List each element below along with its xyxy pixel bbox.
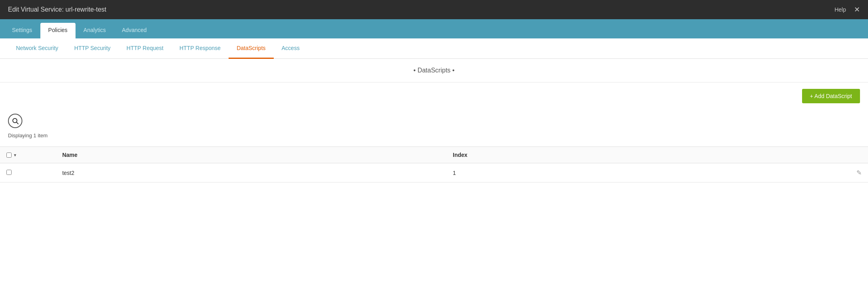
row-actions: ✎ xyxy=(794,163,868,183)
header-index: Index xyxy=(446,147,794,163)
help-link[interactable]: Help xyxy=(834,6,846,13)
header-actions xyxy=(794,147,868,163)
page-title: Edit Virtual Service: url-rewrite-test xyxy=(8,6,106,13)
search-icon xyxy=(12,117,19,124)
search-box[interactable] xyxy=(8,114,22,128)
select-all-checkbox[interactable] xyxy=(6,153,12,158)
subtab-network-security[interactable]: Network Security xyxy=(8,38,66,59)
datascripts-table: ▾ Name Index test2 1 ✎ xyxy=(0,146,868,183)
title-bar-actions: Help ✕ xyxy=(834,6,860,13)
tab-settings[interactable]: Settings xyxy=(4,23,40,38)
row-checkbox-cell xyxy=(0,163,56,183)
row-checkbox[interactable] xyxy=(6,170,12,175)
row-name: test2 xyxy=(56,163,446,183)
tab-policies[interactable]: Policies xyxy=(40,23,76,38)
tab-analytics[interactable]: Analytics xyxy=(76,23,114,38)
svg-line-1 xyxy=(16,122,18,124)
subtab-http-response[interactable]: HTTP Response xyxy=(171,38,229,59)
subtab-http-request[interactable]: HTTP Request xyxy=(119,38,171,59)
header-name: Name xyxy=(56,147,446,163)
action-bar: + Add DataScript xyxy=(0,82,868,110)
subtab-datascripts[interactable]: DataScripts xyxy=(229,38,273,59)
search-area xyxy=(0,110,868,130)
tab-advanced[interactable]: Advanced xyxy=(114,23,155,38)
close-button[interactable]: ✕ xyxy=(854,6,860,13)
displaying-count: Displaying 1 item xyxy=(0,130,868,142)
main-content: • DataScripts • + Add DataScript Display… xyxy=(0,59,868,183)
section-header: • DataScripts • xyxy=(0,59,868,82)
sub-tab-bar: Network Security HTTP Security HTTP Requ… xyxy=(0,38,868,59)
chevron-down-icon[interactable]: ▾ xyxy=(14,153,16,157)
subtab-http-security[interactable]: HTTP Security xyxy=(66,38,119,59)
header-checkbox-col: ▾ xyxy=(0,147,56,163)
edit-icon[interactable]: ✎ xyxy=(856,169,862,176)
content-area: Network Security HTTP Security HTTP Requ… xyxy=(0,38,868,301)
title-bar: Edit Virtual Service: url-rewrite-test H… xyxy=(0,0,868,19)
subtab-access[interactable]: Access xyxy=(274,38,308,59)
table-header-row: ▾ Name Index xyxy=(0,147,868,163)
add-datascript-button[interactable]: + Add DataScript xyxy=(802,89,860,103)
row-index: 1 xyxy=(446,163,794,183)
top-tab-bar: Settings Policies Analytics Advanced xyxy=(0,19,868,38)
table-row: test2 1 ✎ xyxy=(0,163,868,183)
